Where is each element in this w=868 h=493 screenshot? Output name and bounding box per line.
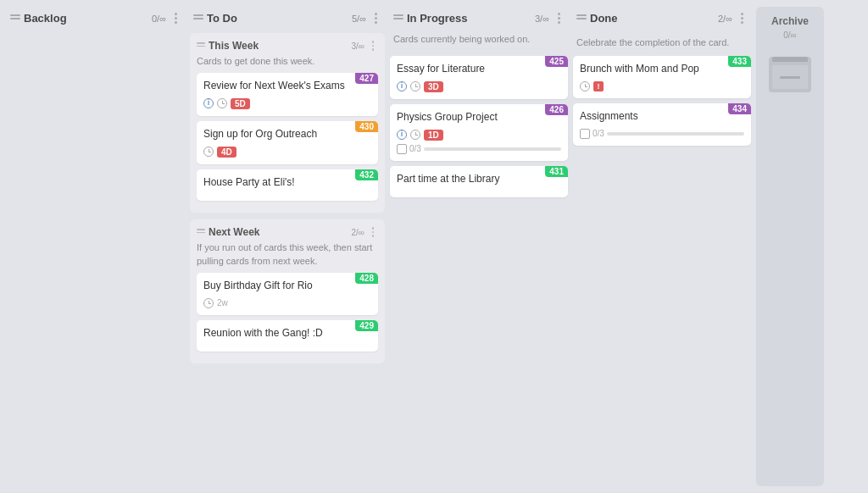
- duration-badge-426: 1D: [424, 130, 443, 141]
- column-backlog-header: Backlog 0/∞: [7, 7, 185, 30]
- lane-this-week: This Week 3/∞ Cards to get done this wee…: [190, 33, 385, 213]
- card-431-id: 431: [545, 166, 568, 177]
- card-426-id: 426: [545, 104, 568, 115]
- lane-next-week-title: Next Week: [209, 226, 348, 238]
- card-429-title: Reunion with the Gang! :D: [203, 327, 371, 341]
- card-426-subtasks: 0/3: [397, 144, 561, 154]
- inprogress-desc: Cards currently being worked on.: [390, 33, 568, 51]
- clock-icon-427: [217, 98, 227, 108]
- drag-handle-inprogress[interactable]: [393, 14, 403, 23]
- card-432[interactable]: 432 House Party at Eli's!: [197, 169, 378, 202]
- lane-next-week-menu[interactable]: [368, 227, 378, 237]
- clock-icon-428: [203, 298, 214, 308]
- card-428-title: Buy Birthday Gift for Rio: [203, 280, 371, 293]
- column-inprogress-count: 3/∞: [535, 14, 549, 24]
- done-desc: Celebrate the completion of the card.: [573, 33, 751, 56]
- lane-next-week-header: Next Week 2/∞: [197, 226, 378, 238]
- info-icon-427: i: [203, 98, 214, 108]
- lane-this-week-header: This Week 3/∞: [197, 40, 378, 52]
- card-434-id: 434: [728, 103, 751, 114]
- column-inprogress: In Progress 3/∞ Cards currently being wo…: [390, 7, 568, 486]
- card-426-subtask-count: 0/3: [409, 144, 421, 153]
- alert-icon-433: !: [593, 81, 604, 91]
- card-433-title: Brunch with Mom and Pop: [580, 63, 744, 76]
- card-427-footer: i 5D: [203, 98, 371, 109]
- card-429-id: 429: [355, 320, 378, 331]
- card-427-id: 427: [355, 73, 378, 84]
- archive-box[interactable]: [769, 57, 811, 92]
- card-427[interactable]: 427 Review for Next Week's Exams i 5D: [197, 73, 378, 116]
- card-434-progress-bar: [607, 132, 744, 136]
- card-427-title: Review for Next Week's Exams: [203, 80, 371, 93]
- card-434[interactable]: 434 Assignments 0/3: [573, 103, 751, 146]
- column-backlog-menu[interactable]: [170, 13, 181, 25]
- column-inprogress-menu[interactable]: [553, 13, 565, 25]
- card-430-title: Sign up for Org Outreach: [203, 128, 371, 141]
- drag-handle-done[interactable]: [576, 14, 587, 23]
- checkbox-icon-426: [397, 144, 407, 154]
- column-todo-title: To Do: [207, 12, 348, 25]
- card-425[interactable]: 425 Essay for Literature i 3D: [390, 56, 568, 99]
- card-430[interactable]: 430 Sign up for Org Outreach 4D: [197, 121, 378, 164]
- drag-handle-backlog[interactable]: [10, 14, 20, 23]
- kanban-board: Backlog 0/∞ To Do 5/∞ This Week 3/∞ Card…: [0, 0, 868, 493]
- drag-handle-todo[interactable]: [193, 14, 203, 23]
- archive-line: [780, 76, 800, 79]
- column-done: Done 2/∞ Celebrate the completion of the…: [573, 7, 751, 486]
- card-425-id: 425: [545, 56, 568, 67]
- card-433-id: 433: [728, 56, 751, 67]
- column-todo-menu[interactable]: [370, 13, 381, 25]
- card-426[interactable]: 426 Physics Group Project i 1D 0/3: [390, 104, 568, 161]
- card-425-title: Essay for Literature: [397, 63, 561, 76]
- lane-next-week: Next Week 2/∞ If you run out of cards th…: [190, 219, 385, 363]
- card-428[interactable]: 428 Buy Birthday Gift for Rio 2w: [197, 273, 378, 315]
- clock-icon-430: [203, 147, 214, 157]
- duration-badge-430: 4D: [217, 147, 236, 158]
- column-backlog-count: 0/∞: [152, 14, 166, 24]
- card-434-title: Assignments: [580, 110, 744, 124]
- column-done-menu[interactable]: [736, 13, 748, 25]
- card-426-footer: i 1D: [397, 130, 561, 141]
- archive-count: 0/∞: [783, 30, 796, 40]
- column-inprogress-header: In Progress 3/∞: [390, 7, 568, 30]
- card-428-footer: 2w: [203, 298, 371, 308]
- column-todo-count: 5/∞: [352, 14, 366, 24]
- archive-title: Archive: [771, 15, 809, 27]
- lane-next-week-desc: If you run out of cards this week, then …: [197, 241, 378, 268]
- column-backlog-title: Backlog: [24, 12, 148, 25]
- card-429[interactable]: 429 Reunion with the Gang! :D: [197, 320, 378, 352]
- lane-this-week-count: 3/∞: [352, 42, 364, 51]
- column-backlog: Backlog 0/∞: [7, 7, 185, 486]
- column-todo-header: To Do 5/∞: [190, 7, 385, 30]
- column-archive: Archive 0/∞: [756, 7, 824, 486]
- card-432-title: House Party at Eli's!: [203, 176, 371, 190]
- duration-badge-425: 3D: [424, 81, 443, 92]
- card-430-footer: 4D: [203, 147, 371, 158]
- card-426-progress-bar: [424, 147, 561, 151]
- lane-this-week-desc: Cards to get done this week.: [197, 55, 378, 68]
- card-434-subtask-count: 0/3: [593, 129, 604, 138]
- duration-badge-427: 5D: [231, 98, 250, 109]
- card-433[interactable]: 433 Brunch with Mom and Pop !: [573, 56, 751, 98]
- lane-this-week-menu[interactable]: [368, 41, 378, 51]
- column-inprogress-title: In Progress: [407, 12, 531, 25]
- drag-handle-this-week[interactable]: [197, 42, 205, 49]
- info-icon-426: i: [397, 130, 407, 140]
- card-433-footer: !: [580, 81, 744, 91]
- card-425-footer: i 3D: [397, 81, 561, 92]
- card-431[interactable]: 431 Part time at the Library: [390, 166, 568, 198]
- checkbox-icon-434: [580, 129, 590, 139]
- card-428-id: 428: [355, 273, 378, 284]
- lane-next-week-count: 2/∞: [352, 228, 364, 237]
- info-icon-425: i: [397, 81, 407, 91]
- card-426-title: Physics Group Project: [397, 111, 561, 125]
- column-done-title: Done: [590, 12, 715, 25]
- card-432-id: 432: [355, 169, 378, 180]
- card-434-subtasks: 0/3: [580, 129, 744, 139]
- lane-this-week-title: This Week: [209, 40, 348, 52]
- clock-icon-433: [580, 81, 590, 91]
- clock-icon-425: [410, 81, 420, 91]
- clock-icon-426: [410, 130, 420, 140]
- column-done-header: Done 2/∞: [573, 7, 751, 30]
- drag-handle-next-week[interactable]: [197, 229, 205, 235]
